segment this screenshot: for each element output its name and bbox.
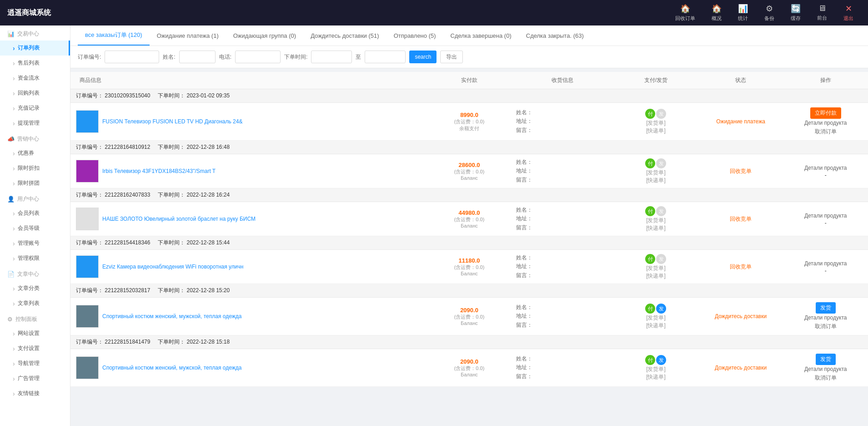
detail-button[interactable]: Детали продукта [804,260,847,267]
action-cell: 发货 Детали продукта 取消订单 [783,349,868,387]
ship-doc-link[interactable]: [发货单] [646,265,666,271]
order-time-value: 2022-12-28 15:18 [186,339,230,345]
tab-wait-group[interactable]: Ожидающая группа (0) [226,27,303,46]
express-doc-link[interactable]: [快递单] [646,374,666,380]
sidebar-item-aftersale[interactable]: 售后列表 [0,56,70,71]
product-link[interactable]: Спортивный костюм женский, мужской, тепл… [102,365,241,371]
ship-doc-link[interactable]: [发货单] [646,217,666,223]
sidebar-item-member-list[interactable]: 会员列表 [0,206,70,221]
order-no-input[interactable] [105,51,159,63]
detail-button[interactable]: Детали продукта [804,314,847,321]
sidebar-item-nav-mgmt[interactable]: 导航管理 [0,356,70,371]
receiver-name: 姓名： [516,158,609,167]
cancel-button[interactable]: 取消订单 [814,373,838,383]
time-start-input[interactable] [311,51,352,63]
pay-icon: 付 [645,304,655,314]
sidebar-item-flash-discount[interactable]: 限时折扣 [0,161,70,176]
tab-shipped[interactable]: Отправлено (5) [386,27,443,46]
sidebar-item-payment-settings[interactable]: 支付设置 [0,341,70,356]
sidebar-item-order-list[interactable]: 订单列表 [0,41,70,56]
refresh-icon: 🔄 [791,4,801,14]
tab-wait-deliver[interactable]: Дождитесь доставки (51) [303,27,386,46]
sidebar-item-member-level[interactable]: 会员等级 [0,221,70,236]
name-input[interactable] [179,51,216,63]
product-link[interactable]: Спортивный костюм женский, мужской, тепл… [102,313,241,320]
tab-closed[interactable]: Сделка закрыта. (63) [519,27,591,46]
shipping-fee: (含运费：0.0) [431,118,507,125]
cancel-button[interactable]: 取消订单 [814,322,838,331]
sidebar-item-withdraw[interactable]: 提现管理 [0,116,70,131]
shipping-fee: (含运费：0.0) [431,365,507,372]
shipping-fee: (含运费：0.0) [431,314,507,320]
ship-doc-link[interactable]: [发货单] [646,314,666,321]
amount-cell: 8990.0 (含运费：0.0) 余额支付 [427,103,512,141]
tab-wait-pay[interactable]: Ожидание платежа (1) [150,27,226,46]
control-icon: ⚙ [7,316,13,323]
express-doc-link[interactable]: [快递单] [646,177,666,183]
filter-bar: 订单编号: 姓名: 电话: 下单时间: 至 search 导出 [70,46,868,68]
express-doc-link[interactable]: [快递单] [646,225,666,231]
nav-orders[interactable]: 🏠 回收订单 [668,1,702,25]
header-amount: 实付款 [427,72,512,89]
qty: Баланс [431,271,507,276]
action-dash: - [825,172,827,178]
tab-completed[interactable]: Сделка завершена (0) [443,27,519,46]
ship-doc-link[interactable]: [发货单] [646,366,666,372]
home-icon: 🏠 [680,4,690,14]
amount-cell: 28600.0 (含运费：0.0) Баланс [427,154,512,188]
ship-cell: 付发 [发货单] [快递单] [613,298,698,335]
nav-overview[interactable]: 🏠 概况 [704,1,729,25]
phone-input[interactable] [235,51,281,63]
express-doc-link[interactable]: [快递单] [646,273,666,279]
time-end-input[interactable] [365,51,406,63]
shipping-fee: (含运费：0.0) [431,168,507,175]
sidebar-item-friendly-links[interactable]: 友情链接 [0,386,70,401]
exit-icon: ✕ [845,4,852,14]
sidebar-item-recycle[interactable]: 回购列表 [0,86,70,101]
product-link[interactable]: FUSION Телевизор FUSION LED TV HD Диагон… [102,118,242,125]
sidebar-item-funds[interactable]: 资金流水 [0,71,70,86]
ship-button[interactable]: 发货 [816,354,836,365]
detail-button[interactable]: Детали продукта [804,213,847,219]
product-link[interactable]: НАШЕ ЗОЛОТО Ювелирный золотой браслет на… [102,216,256,222]
table-row: Спортивный костюм женский, мужской, тепл… [70,298,868,335]
sidebar-item-admin-perms[interactable]: 管理权限 [0,251,70,266]
sidebar-item-admin-account[interactable]: 管理账号 [0,236,70,251]
pay-now-button[interactable]: 立即付款 [810,107,841,119]
search-button[interactable]: search [409,51,437,63]
sidebar-item-article-category[interactable]: 文章分类 [0,281,70,296]
express-doc-link[interactable]: [快递单] [646,127,666,134]
nav-stats[interactable]: 📊 统计 [731,1,755,25]
detail-button[interactable]: Детали продукта [804,120,847,126]
amount-cell: 2090.0 (含运费：0.0) Баланс [427,298,512,335]
gear-icon: ⚙ [766,4,773,14]
order-time-value: 2022-12-28 16:48 [186,144,230,150]
nav-backup[interactable]: ⚙ 备份 [757,1,782,25]
overview-icon: 🏠 [712,4,722,14]
ship-button[interactable]: 发货 [816,302,836,314]
nav-exit[interactable]: ✕ 退出 [836,1,861,25]
order-header-cell: 订单编号： 230102093515040 下单时间： 2023-01-02 0… [70,89,868,103]
sidebar-item-site-settings[interactable]: 网站设置 [0,326,70,341]
ship-doc-link[interactable]: [发货单] [646,169,666,176]
sidebar-section-articles: 📄 文章中心 [0,266,70,281]
product-link[interactable]: Irbis Телевизор 43F1YDX184BS2/43"/Smart … [102,168,216,174]
sidebar-item-article-list[interactable]: 文章列表 [0,296,70,311]
tab-all[interactable]: все заказы订单 (120) [78,25,150,46]
detail-button[interactable]: Детали продукта [804,165,847,171]
nav-frontend[interactable]: 🖥 前台 [810,1,834,25]
detail-button[interactable]: Детали продукта [804,366,847,372]
app-logo: 逍遥商城系统 [7,8,668,18]
sidebar-item-coupons[interactable]: 优惠券 [0,146,70,161]
cancel-button[interactable]: 取消订单 [814,127,838,137]
orders-table-wrapper: 商品信息 实付款 收货信息 支付/发货 状态 操作 订单编号： 23010209… [70,72,868,394]
sidebar-item-ad-mgmt[interactable]: 广告管理 [0,371,70,386]
sidebar-item-flash-group[interactable]: 限时拼团 [0,176,70,191]
send-icon: 发 [656,109,666,119]
ship-doc-link[interactable]: [发货单] [646,120,666,126]
express-doc-link[interactable]: [快递单] [646,322,666,329]
product-link[interactable]: Ezviz Камера видеонаблюдения WiFi поворо… [102,264,243,270]
export-button[interactable]: 导出 [440,51,463,63]
nav-cache[interactable]: 🔄 缓存 [783,1,808,25]
sidebar-item-recharge[interactable]: 充值记录 [0,101,70,116]
